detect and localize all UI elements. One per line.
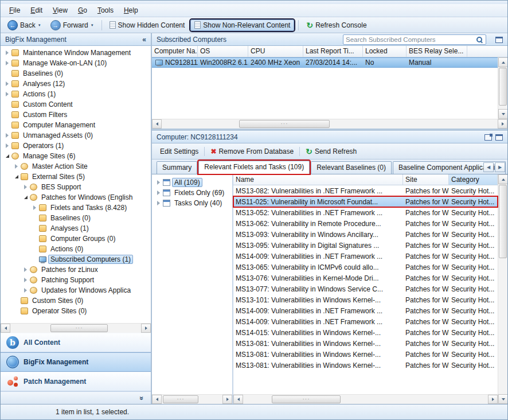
nav-overflow-button[interactable]: »: [138, 396, 146, 400]
expand-arrow-icon[interactable]: [22, 267, 29, 272]
tree-item-custom-sites-0[interactable]: Custom Sites (0): [1, 295, 151, 306]
collapse-arrow-icon[interactable]: [13, 175, 19, 178]
column-header-name[interactable]: Name: [233, 174, 403, 185]
tree-item-computer-groups-0[interactable]: Computer Groups (0): [1, 234, 151, 244]
column-header-locked[interactable]: Locked: [363, 46, 407, 57]
expand-arrow-icon[interactable]: [22, 185, 29, 189]
filter-item-all-109[interactable]: All (109): [152, 177, 232, 188]
action-send-refresh[interactable]: ↻Send Refresh: [303, 146, 359, 157]
scroll-thumb[interactable]: [50, 324, 108, 332]
scroll-track[interactable]: [243, 395, 488, 404]
nav-item-all-content[interactable]: bAll Content: [1, 333, 151, 352]
scroll-thumb[interactable]: [163, 395, 198, 403]
tree-item-master-action-site[interactable]: Master Action Site: [1, 161, 151, 172]
menu-item-go[interactable]: Go: [73, 5, 92, 16]
tree-item-baselines-0[interactable]: Baselines (0): [1, 68, 151, 79]
back-dropdown-icon[interactable]: ▼: [38, 24, 41, 27]
fixlet-row[interactable]: MS13-062: Vulnerability in Remote Proced…: [233, 218, 498, 229]
scroll-thumb[interactable]: [499, 185, 507, 258]
tab-scroll-left-button[interactable]: ◀: [483, 162, 494, 172]
tree-item-analyses-1[interactable]: Analyses (1): [1, 223, 151, 234]
expand-arrow-icon[interactable]: [155, 180, 162, 185]
menu-item-tools[interactable]: Tools: [92, 5, 119, 16]
tree-item-computer-management[interactable]: Computer Management: [1, 120, 151, 130]
back-button[interactable]: ← Back ▼: [4, 19, 45, 32]
scroll-track[interactable]: [162, 119, 498, 129]
expand-arrow-icon[interactable]: [13, 164, 19, 169]
computers-vscrollbar[interactable]: [498, 57, 507, 119]
scroll-track[interactable]: [10, 324, 141, 333]
nav-item-patch-management[interactable]: Patch Management: [1, 372, 151, 391]
tab-relevant-fixlets-and-tasks-109[interactable]: Relevant Fixlets and Tasks (109): [198, 161, 310, 174]
forward-button[interactable]: → Forward ▼: [47, 19, 97, 32]
sidebar-hscrollbar[interactable]: [1, 323, 151, 333]
refresh-console-button[interactable]: ↻ Refresh Console: [303, 20, 370, 30]
fixlet-row[interactable]: MS13-082: Vulnerabilities in .NET Framew…: [233, 185, 498, 196]
expand-arrow-icon[interactable]: [4, 81, 10, 86]
tree-item-analyses-12[interactable]: Analyses (12): [1, 79, 151, 89]
scroll-left-button[interactable]: [152, 119, 162, 129]
search-input[interactable]: [346, 36, 476, 43]
scroll-down-button[interactable]: [498, 109, 508, 119]
scroll-right-button[interactable]: [222, 395, 232, 404]
collapse-arrow-icon[interactable]: [4, 154, 10, 158]
scroll-left-button[interactable]: [233, 395, 243, 404]
tree-item-operator-sites-0[interactable]: Operator Sites (0): [1, 306, 151, 316]
scroll-track[interactable]: [498, 184, 507, 394]
tree-item-external-sites-5[interactable]: External Sites (5): [1, 172, 151, 182]
fixlet-row[interactable]: MS14-015: Vulnerabilities in Windows Ker…: [233, 327, 498, 338]
fixlet-row[interactable]: MS13-052: Vulnerabilities in .NET Framew…: [233, 207, 498, 218]
undock-panel-icon[interactable]: [484, 134, 492, 141]
scroll-track[interactable]: [498, 67, 507, 109]
computers-hscrollbar[interactable]: [152, 119, 507, 129]
expand-arrow-icon[interactable]: [4, 92, 10, 96]
action-remove-from-database[interactable]: ✖Remove From Database: [208, 146, 296, 157]
expand-arrow-icon[interactable]: [22, 278, 29, 282]
column-header-cpu[interactable]: CPU: [248, 46, 303, 57]
tree-item-patches-for-zlinux[interactable]: Patches for zLinux: [1, 265, 151, 275]
tree-item-custom-filters[interactable]: Custom Filters: [1, 110, 151, 120]
scroll-right-button[interactable]: [141, 324, 151, 333]
scroll-thumb[interactable]: [239, 120, 330, 128]
column-header-computer-na[interactable]: Computer Na...: [152, 46, 198, 57]
tree-item-maintenance-window-management[interactable]: Maintenance Window Management: [1, 48, 151, 58]
column-header-category[interactable]: Category: [449, 174, 498, 185]
filter-hscrollbar[interactable]: [152, 394, 232, 404]
nav-item-bigfix-management[interactable]: BigFix Management: [1, 352, 151, 372]
column-header-last-report-ti[interactable]: Last Report Ti...: [303, 46, 363, 57]
collapse-arrow-icon[interactable]: [22, 196, 29, 199]
tab-scroll-right-button[interactable]: ▶: [495, 162, 505, 172]
tree-item-actions-0[interactable]: Actions (0): [1, 244, 151, 254]
show-non-relevant-content-button[interactable]: Show Non-Relevant Content: [190, 20, 294, 31]
fixlet-row[interactable]: MS13-101: Vulnerabilities in Windows Ker…: [233, 294, 498, 305]
fixlet-row[interactable]: MS13-081: Vulnerabilities in Windows Ker…: [233, 338, 498, 349]
fixlet-row[interactable]: MS13-065: Vulnerability in ICMPv6 could …: [233, 262, 498, 273]
tree-item-baselines-0[interactable]: Baselines (0): [1, 213, 151, 223]
fixlet-row[interactable]: MS14-009: Vulnerabilities in .NET Framew…: [233, 251, 498, 262]
column-header-site[interactable]: Site: [403, 174, 449, 185]
scroll-thumb[interactable]: [272, 395, 341, 403]
expand-arrow-icon[interactable]: [22, 288, 29, 293]
collapse-sidebar-button[interactable]: «: [142, 36, 146, 44]
filter-item-fixlets-only-69[interactable]: Fixlets Only (69): [152, 188, 232, 198]
fixlet-row[interactable]: MS13-081: Vulnerabilities in Windows Ker…: [233, 360, 498, 371]
maximize-panel-icon[interactable]: [495, 134, 503, 141]
tree-item-actions-1[interactable]: Actions (1): [1, 89, 151, 99]
fixlet-row[interactable]: MS14-009: Vulnerabilities in .NET Framew…: [233, 316, 498, 327]
scroll-right-button[interactable]: [498, 119, 507, 129]
menu-item-edit[interactable]: Edit: [25, 5, 48, 16]
scroll-left-button[interactable]: [152, 395, 162, 404]
fixlets-vscrollbar[interactable]: [498, 174, 507, 404]
tree-item-patching-support[interactable]: Patching Support: [1, 275, 151, 285]
scroll-track[interactable]: [162, 395, 222, 404]
fixlets-hscrollbar[interactable]: [233, 394, 498, 404]
tree-item-unmanaged-assets-0[interactable]: Unmanaged Assets (0): [1, 130, 151, 141]
expand-arrow-icon[interactable]: [32, 205, 38, 210]
column-header-bes-relay-sele[interactable]: BES Relay Sele...: [407, 46, 467, 57]
fixlet-row[interactable]: MS11-025: Vulnerability in Microsoft Fou…: [233, 196, 498, 207]
fixlet-row[interactable]: MS13-077: Vulnerability in Windows Servi…: [233, 283, 498, 294]
tree-item-custom-content[interactable]: Custom Content: [1, 99, 151, 110]
scroll-up-button[interactable]: [498, 174, 508, 184]
tree-item-manage-sites-6[interactable]: Manage Sites (6): [1, 151, 151, 161]
forward-dropdown-icon[interactable]: ▼: [91, 24, 94, 27]
